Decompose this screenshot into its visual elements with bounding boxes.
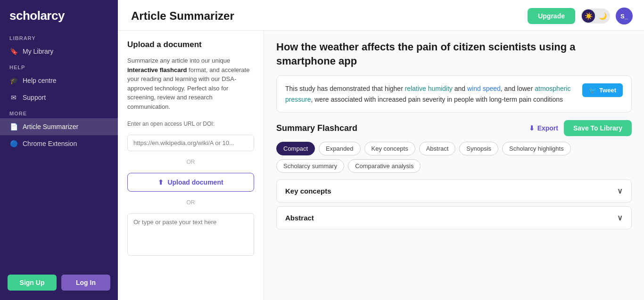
main-area: Article Summarizer Upgrade ☀️ 🌙 S_ Uploa…	[118, 0, 644, 300]
content-area: Upload a document Summarize any article …	[118, 31, 644, 300]
upload-document-button[interactable]: ⬆ Upload document	[127, 173, 254, 192]
tweet-label: Tweet	[599, 87, 616, 94]
upload-section-title: Upload a document	[127, 40, 254, 49]
url-input[interactable]	[127, 135, 254, 151]
theme-toggle: ☀️ 🌙	[581, 8, 610, 24]
accordion-abstract: Abstract ∨	[276, 206, 632, 229]
avatar: S_	[616, 8, 633, 24]
page-title: Article Summarizer	[131, 9, 234, 23]
dark-mode-button[interactable]: 🌙	[596, 9, 609, 23]
url-label: Enter an open access URL or DOI:	[127, 121, 254, 127]
left-panel: Upload a document Summarize any article …	[118, 31, 264, 300]
sidebar-item-label: My Library	[23, 48, 53, 55]
export-icon: ⬇	[529, 124, 535, 132]
tab-key-concepts[interactable]: Key concepts	[364, 142, 415, 155]
chevron-down-icon-2: ∨	[617, 213, 623, 222]
sidebar-auth-buttons: Sign Up Log In	[0, 267, 118, 300]
sidebar-item-label: Chrome Extension	[23, 140, 77, 147]
sidebar-item-my-library[interactable]: 🔖 My Library	[0, 43, 118, 60]
tab-bar: Compact Expanded Key concepts Abstract S…	[276, 142, 632, 173]
sidebar-item-label: Article Summarizer	[23, 123, 78, 130]
article-title: How the weather affects the pain of citi…	[276, 40, 632, 68]
or-divider-1: OR	[127, 159, 254, 165]
right-panel: How the weather affects the pain of citi…	[264, 31, 644, 300]
or-divider-2: OR	[127, 199, 254, 206]
flashcard-header: Summary Flashcard ⬇ Export Save To Libra…	[276, 120, 632, 136]
login-button[interactable]: Log In	[61, 275, 110, 291]
summary-text-1: This study has demonstrated that higher	[285, 85, 405, 92]
document-icon: 📄	[9, 122, 18, 131]
bookmark-icon: 🔖	[9, 47, 18, 56]
sidebar: scholarcy LIBRARY 🔖 My Library HELP 🎓 He…	[0, 0, 118, 300]
accordion-key-concepts-header[interactable]: Key concepts ∨	[277, 180, 631, 202]
summary-text-2: and	[453, 85, 467, 92]
sidebar-item-article-summarizer[interactable]: 📄 Article Summarizer	[0, 118, 118, 135]
upload-icon: ⬆	[158, 178, 164, 186]
twitter-icon: 🐦	[589, 87, 596, 94]
app-logo: scholarcy	[0, 0, 118, 31]
accordion-abstract-label: Abstract	[285, 214, 314, 222]
tweet-button[interactable]: 🐦 Tweet	[582, 83, 623, 97]
sidebar-section-more: MORE	[0, 106, 118, 118]
accordion-key-concepts: Key concepts ∨	[276, 179, 632, 203]
tab-expanded[interactable]: Expanded	[319, 142, 361, 155]
topbar: Article Summarizer Upgrade ☀️ 🌙 S_	[118, 0, 644, 31]
tab-scholarcy-highlights[interactable]: Scholarcy highlights	[502, 142, 571, 155]
graduation-icon: 🎓	[9, 76, 18, 85]
sidebar-item-label: Help centre	[23, 77, 57, 84]
sidebar-item-help-centre[interactable]: 🎓 Help centre	[0, 72, 118, 89]
tab-abstract[interactable]: Abstract	[419, 142, 456, 155]
signup-button[interactable]: Sign Up	[8, 275, 57, 291]
accordion-abstract-header[interactable]: Abstract ∨	[277, 207, 631, 229]
tab-compact[interactable]: Compact	[276, 142, 315, 155]
mail-icon: ✉	[9, 93, 18, 102]
link-wind-speed[interactable]: wind speed	[467, 85, 501, 92]
sidebar-section-help: HELP	[0, 60, 118, 72]
sidebar-item-support[interactable]: ✉ Support	[0, 89, 118, 106]
summary-text-3: , and lower	[501, 85, 535, 92]
flashcard-actions: ⬇ Export Save To Library	[529, 120, 632, 136]
upload-button-label: Upload document	[167, 178, 223, 186]
chrome-icon: 🔵	[9, 139, 18, 148]
desc-plain: Summarize any article into our unique	[127, 57, 230, 64]
accordion-key-concepts-label: Key concepts	[285, 187, 331, 195]
text-input[interactable]	[127, 213, 254, 256]
export-label: Export	[537, 124, 558, 132]
summary-text-4: , were associated with increased pain se…	[311, 96, 563, 103]
light-mode-button[interactable]: ☀️	[582, 9, 595, 23]
summary-card: This study has demonstrated that higher …	[276, 75, 632, 113]
summary-text: This study has demonstrated that higher …	[285, 83, 575, 105]
upload-description: Summarize any article into our unique in…	[127, 56, 254, 111]
tab-comparative-analysis[interactable]: Comparative analysis	[348, 159, 421, 173]
sidebar-item-label: Support	[23, 94, 46, 101]
link-relative-humidity[interactable]: relative humidity	[405, 85, 453, 92]
sidebar-section-library: LIBRARY	[0, 31, 118, 43]
topbar-right: Upgrade ☀️ 🌙 S_	[528, 8, 633, 24]
sidebar-item-chrome-extension[interactable]: 🔵 Chrome Extension	[0, 135, 118, 152]
chevron-down-icon: ∨	[617, 186, 623, 195]
export-button[interactable]: ⬇ Export	[529, 124, 558, 132]
tab-synopsis[interactable]: Synopsis	[459, 142, 498, 155]
desc-bold: interactive flashcard	[127, 66, 187, 73]
upgrade-button[interactable]: Upgrade	[528, 8, 575, 24]
flashcard-title: Summary Flashcard	[276, 123, 357, 133]
save-to-library-button[interactable]: Save To Library	[564, 120, 632, 136]
tab-scholarcy-summary[interactable]: Scholarcy summary	[276, 159, 344, 173]
